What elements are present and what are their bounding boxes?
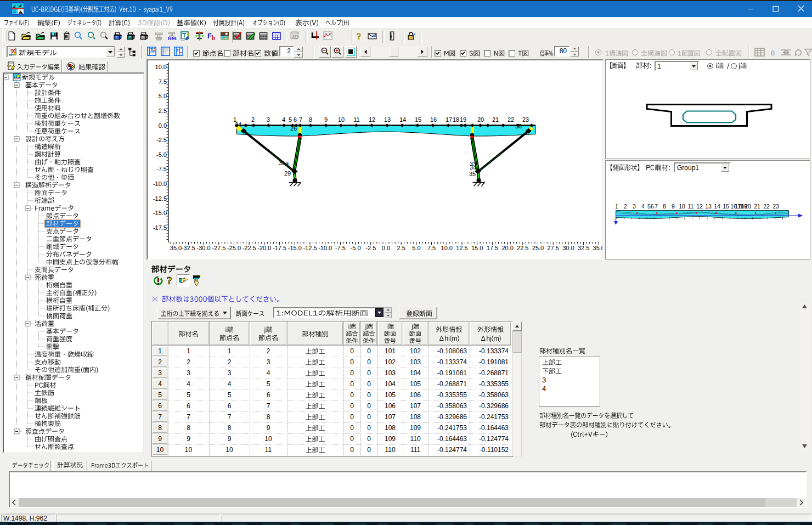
svg-text:-0.268871: -0.268871 [437, 380, 467, 388]
svg-text:0: 0 [367, 446, 371, 454]
svg-text:8: 8 [228, 424, 232, 432]
svg-text:-15.0: -15.0 [153, 210, 167, 216]
svg-text:10: 10 [185, 446, 193, 454]
svg-text:108: 108 [410, 413, 421, 421]
svg-text:5: 5 [187, 391, 190, 399]
svg-text:14: 14 [714, 203, 720, 210]
svg-text:5.0: 5.0 [159, 93, 167, 99]
svg-text:-22.5: -22.5 [243, 245, 256, 251]
svg-text:-0.133374: -0.133374 [479, 347, 509, 355]
svg-text:0: 0 [367, 391, 371, 399]
svg-text:29: 29 [284, 170, 291, 177]
svg-text:8: 8 [309, 116, 312, 123]
svg-text:8: 8 [187, 424, 190, 432]
svg-text:4: 4 [267, 369, 270, 377]
svg-text:9: 9 [158, 435, 162, 443]
svg-text:-0.110152: -0.110152 [480, 446, 509, 454]
svg-text:-0.329686: -0.329686 [437, 413, 467, 421]
svg-text:105: 105 [385, 391, 396, 399]
svg-text:17: 17 [446, 116, 452, 123]
svg-text:ES: ES [222, 35, 229, 41]
svg-text:-0.335355: -0.335355 [479, 380, 509, 388]
svg-text:32.5: 32.5 [578, 245, 589, 251]
svg-text:1: 1 [228, 347, 232, 355]
svg-text:106: 106 [385, 402, 396, 410]
svg-text:103: 103 [385, 369, 396, 377]
svg-text:7: 7 [187, 413, 190, 421]
svg-text:-0.241753: -0.241753 [479, 413, 509, 421]
svg-text:7: 7 [267, 402, 270, 410]
svg-text:6: 6 [267, 391, 270, 399]
svg-text:b: b [211, 35, 215, 41]
svg-text:22.5: 22.5 [517, 245, 528, 251]
svg-text:103: 103 [410, 358, 421, 366]
svg-text:108: 108 [385, 424, 396, 432]
svg-text:0: 0 [367, 424, 371, 432]
svg-text:0: 0 [350, 380, 354, 388]
svg-text:-17.5: -17.5 [153, 224, 167, 231]
svg-text:-0.241753: -0.241753 [437, 424, 467, 432]
svg-text:2: 2 [187, 358, 190, 366]
svg-text:-2.5: -2.5 [156, 137, 167, 143]
svg-text:15: 15 [415, 116, 421, 123]
svg-text:23: 23 [772, 203, 779, 210]
svg-text:0: 0 [350, 424, 354, 432]
svg-text:34: 34 [470, 164, 476, 171]
svg-text:102: 102 [385, 358, 396, 366]
svg-text:2: 2 [624, 203, 627, 210]
svg-text:111: 111 [410, 446, 421, 454]
svg-text:-25.0: -25.0 [227, 245, 241, 251]
svg-text:0: 0 [350, 402, 354, 410]
svg-text:17.5: 17.5 [487, 245, 498, 251]
svg-text:14: 14 [399, 116, 406, 123]
svg-text:-32.5: -32.5 [182, 245, 195, 251]
svg-text:7.5: 7.5 [159, 78, 167, 85]
svg-text:0: 0 [367, 369, 371, 377]
svg-text:2.5: 2.5 [159, 108, 167, 114]
svg-text:10.0: 10.0 [155, 64, 167, 70]
svg-text:12.5: 12.5 [456, 245, 467, 251]
svg-text:12: 12 [369, 116, 375, 123]
svg-text:3: 3 [158, 369, 162, 377]
svg-text:0: 0 [367, 413, 371, 421]
svg-text:10: 10 [338, 116, 345, 123]
svg-text:104: 104 [410, 369, 421, 377]
svg-text:-12.5: -12.5 [303, 245, 317, 251]
svg-text:106: 106 [410, 391, 421, 399]
svg-text:9: 9 [228, 435, 232, 443]
svg-text:2: 2 [267, 347, 270, 355]
svg-text:7: 7 [655, 203, 658, 210]
svg-text:6: 6 [187, 402, 190, 410]
svg-text:4: 4 [282, 116, 285, 123]
svg-text:26: 26 [290, 125, 297, 132]
svg-text:101: 101 [385, 347, 396, 355]
svg-text:12: 12 [696, 203, 703, 210]
svg-text:0: 0 [350, 391, 354, 399]
svg-text:5: 5 [267, 380, 270, 388]
svg-text:21: 21 [754, 203, 760, 210]
svg-text:7: 7 [228, 413, 232, 421]
svg-text:6: 6 [651, 203, 654, 210]
svg-text:104: 104 [385, 380, 396, 388]
svg-text:9: 9 [672, 203, 675, 210]
svg-text:109: 109 [385, 435, 396, 443]
svg-text:110: 110 [410, 435, 420, 443]
svg-text:2: 2 [228, 358, 232, 366]
svg-text:7: 7 [299, 116, 302, 123]
svg-text:-0.164463: -0.164463 [479, 424, 509, 432]
svg-text:2.5: 2.5 [397, 245, 405, 251]
svg-text:3: 3 [187, 369, 190, 377]
svg-text:19: 19 [460, 116, 466, 123]
svg-text:-0.191081: -0.191081 [437, 369, 467, 377]
svg-text:18: 18 [453, 116, 459, 123]
svg-text:6: 6 [294, 116, 297, 123]
svg-text:-2.5: -2.5 [365, 245, 376, 251]
svg-text:0: 0 [367, 358, 371, 366]
svg-text:7.5: 7.5 [427, 245, 436, 251]
svg-text:16: 16 [430, 116, 437, 123]
svg-text:5: 5 [158, 391, 162, 399]
svg-text:-27.5: -27.5 [212, 245, 225, 251]
svg-text:0: 0 [367, 435, 371, 443]
svg-text:10: 10 [679, 203, 685, 210]
svg-text:3: 3 [633, 203, 636, 210]
